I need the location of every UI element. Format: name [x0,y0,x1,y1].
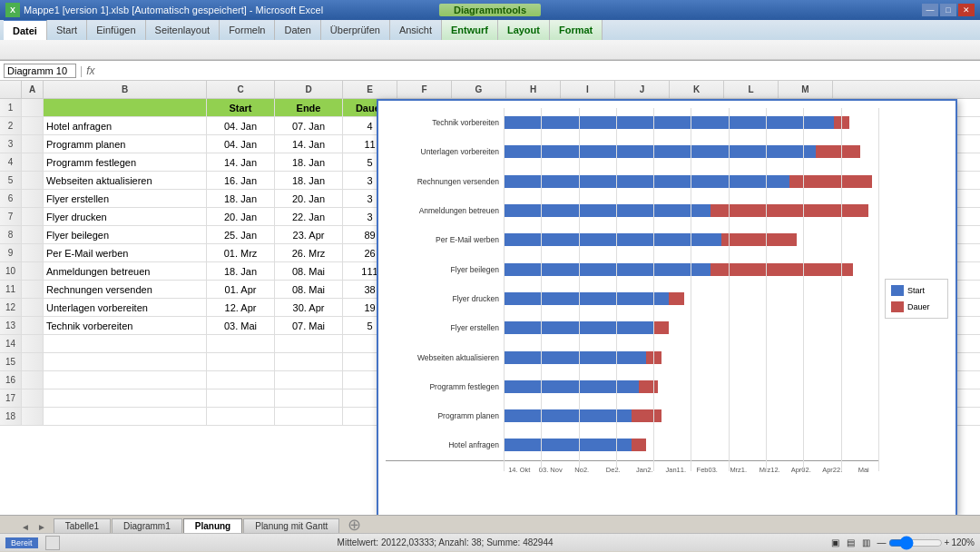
cell-a6[interactable] [22,190,44,208]
chart-container[interactable]: Technik vorbereiten Unterlagen vorbereit… [377,99,957,515]
cell-d10[interactable]: 08. Mai [275,262,343,281]
cell-c2[interactable]: 04. Jan [207,117,275,135]
cell-c17[interactable] [207,389,275,408]
cell-a15[interactable] [22,353,44,371]
cell-c7[interactable]: 20. Jan [207,208,275,226]
cell-a11[interactable] [22,281,44,299]
cell-a4[interactable] [22,153,44,172]
cell-b6[interactable]: Flyer erstellen [44,190,207,208]
cell-d3[interactable]: 14. Jan [275,135,343,153]
zoom-control[interactable]: — + 120% [877,536,975,550]
cell-b1[interactable] [44,99,207,117]
view-page-icon[interactable]: ▥ [862,537,870,547]
cell-a13[interactable] [22,317,44,335]
cell-b7[interactable]: Flyer drucken [44,208,207,226]
cell-d6[interactable]: 20. Jan [275,190,343,208]
cell-a18[interactable] [22,408,44,426]
tab-entwurf[interactable]: Entwurf [442,20,498,40]
cell-d13[interactable]: 07. Mai [275,317,343,335]
cell-a8[interactable] [22,226,44,244]
cell-b8[interactable]: Flyer beilegen [44,226,207,244]
cell-a12[interactable] [22,299,44,317]
cell-c9[interactable]: 01. Mrz [207,244,275,262]
tab-ueberpruefen[interactable]: Überprüfen [321,20,390,40]
cell-b17[interactable] [44,389,207,408]
cell-b13[interactable]: Technik vorbereiten [44,317,207,335]
cell-c11[interactable]: 01. Apr [207,281,275,299]
tab-datei[interactable]: Datei [4,20,47,40]
cell-a7[interactable] [22,208,44,226]
cell-a17[interactable] [22,389,44,408]
cell-b18[interactable] [44,408,207,426]
sheet-tab-diagramm1[interactable]: Diagramm1 [112,518,182,533]
cell-d16[interactable] [275,371,343,389]
cell-a14[interactable] [22,335,44,353]
tab-formeln[interactable]: Formeln [220,20,275,40]
tab-seitenlayout[interactable]: Seitenlayout [146,20,220,40]
view-layout-icon[interactable]: ▤ [847,537,855,547]
cell-c1[interactable]: Start [207,99,275,117]
cell-d5[interactable]: 18. Jan [275,172,343,190]
cell-b10[interactable]: Anmeldungen betreuen [44,262,207,281]
cell-d4[interactable]: 18. Jan [275,153,343,172]
cell-a3[interactable] [22,135,44,153]
add-sheet-button[interactable]: ⊕ [340,513,368,537]
cell-c3[interactable]: 04. Jan [207,135,275,153]
window-controls[interactable]: — □ ✕ [922,4,975,16]
tab-next-button[interactable]: ► [34,521,49,533]
sheet-tab-tabelle1[interactable]: Tabelle1 [54,518,111,533]
cell-c16[interactable] [207,371,275,389]
cell-c4[interactable]: 14. Jan [207,153,275,172]
tab-format[interactable]: Format [550,20,603,40]
tab-einfuegen[interactable]: Einfügen [87,20,145,40]
cell-d18[interactable] [275,408,343,426]
cell-b12[interactable]: Unterlagen vorbereiten [44,299,207,317]
cell-b5[interactable]: Webseiten aktualisieren [44,172,207,190]
cell-b14[interactable] [44,335,207,353]
cell-b16[interactable] [44,371,207,389]
cell-c13[interactable]: 03. Mai [207,317,275,335]
cell-a5[interactable] [22,172,44,190]
zoom-slider[interactable] [888,536,943,550]
cell-d15[interactable] [275,353,343,371]
cell-d1[interactable]: Ende [275,99,343,117]
maximize-button[interactable]: □ [940,4,956,16]
cell-a16[interactable] [22,371,44,389]
cell-d14[interactable] [275,335,343,353]
cell-b4[interactable]: Programm festlegen [44,153,207,172]
cell-a2[interactable] [22,117,44,135]
cell-b11[interactable]: Rechnungen versenden [44,281,207,299]
cell-d2[interactable]: 07. Jan [275,117,343,135]
formula-input[interactable] [98,65,976,76]
tab-start[interactable]: Start [47,20,87,40]
cell-c12[interactable]: 12. Apr [207,299,275,317]
cell-a1[interactable] [22,99,44,117]
cell-b3[interactable]: Programm planen [44,135,207,153]
tab-layout[interactable]: Layout [498,20,550,40]
cell-d12[interactable]: 30. Apr [275,299,343,317]
cell-c8[interactable]: 25. Jan [207,226,275,244]
tab-daten[interactable]: Daten [275,20,320,40]
cell-c6[interactable]: 18. Jan [207,190,275,208]
view-normal-icon[interactable]: ▣ [831,537,839,547]
cell-b15[interactable] [44,353,207,371]
cell-d17[interactable] [275,389,343,408]
close-button[interactable]: ✕ [958,4,975,16]
cell-d7[interactable]: 22. Jan [275,208,343,226]
cell-d11[interactable]: 08. Mai [275,281,343,299]
tab-prev-button[interactable]: ◄ [18,521,33,533]
cell-c10[interactable]: 18. Jan [207,262,275,281]
cell-c14[interactable] [207,335,275,353]
cell-b2[interactable]: Hotel anfragen [44,117,207,135]
tab-nav-buttons[interactable]: ◄ ► [18,521,49,533]
tab-ansicht[interactable]: Ansicht [390,20,442,40]
zoom-out-button[interactable]: — [877,537,887,547]
name-box[interactable]: Diagramm 10 [4,64,76,78]
cell-d8[interactable]: 23. Apr [275,226,343,244]
zoom-in-button[interactable]: + [945,537,950,547]
cell-c18[interactable] [207,408,275,426]
cell-b9[interactable]: Per E-Mail werben [44,244,207,262]
sheet-tab-planung-gantt[interactable]: Planung mit Gantt [243,518,339,533]
cell-d9[interactable]: 26. Mrz [275,244,343,262]
cell-a9[interactable] [22,244,44,262]
